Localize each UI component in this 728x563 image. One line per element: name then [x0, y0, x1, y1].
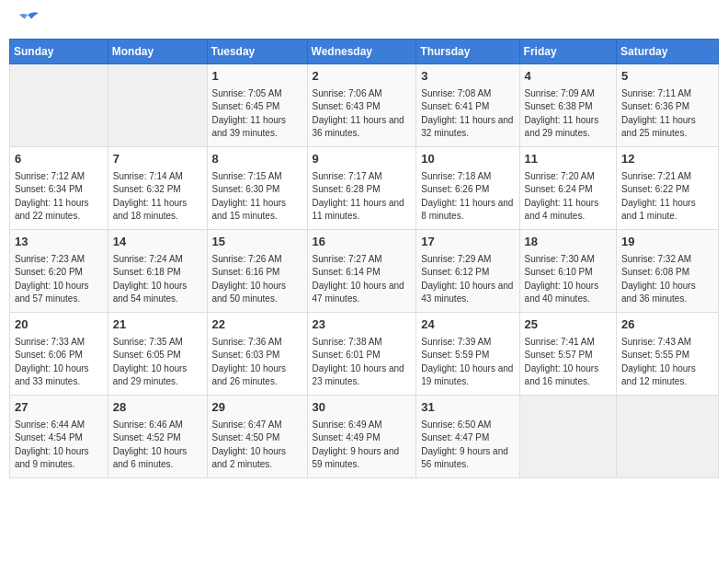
day-info: Sunset: 4:54 PM — [15, 431, 103, 445]
header-cell-saturday: Saturday — [617, 40, 719, 64]
day-info: Sunrise: 7:29 AM — [421, 253, 514, 267]
day-number: 26 — [621, 316, 713, 334]
day-info: Sunrise: 6:46 AM — [113, 419, 202, 432]
day-info: Sunrise: 7:24 AM — [113, 253, 202, 267]
calendar-cell: 4Sunrise: 7:09 AMSunset: 6:38 PMDaylight… — [519, 64, 616, 147]
calendar-cell — [617, 396, 719, 478]
day-info: Sunrise: 7:33 AM — [15, 336, 103, 350]
day-number: 11 — [525, 151, 611, 168]
calendar-cell: 29Sunrise: 6:47 AMSunset: 4:50 PMDayligh… — [207, 396, 307, 478]
day-info: Sunrise: 7:20 AM — [525, 170, 611, 184]
day-number: 15 — [212, 234, 302, 251]
day-info: Daylight: 11 hours and 4 minutes. — [525, 197, 611, 224]
day-info: Daylight: 10 hours and 33 minutes. — [15, 362, 103, 389]
day-info: Sunrise: 7:41 AM — [525, 336, 611, 350]
day-info: Sunset: 4:49 PM — [313, 431, 412, 445]
day-number: 22 — [212, 316, 302, 334]
day-info: Sunset: 4:47 PM — [421, 431, 514, 445]
header-cell-thursday: Thursday — [416, 40, 519, 64]
day-info: Sunset: 6:43 PM — [313, 100, 412, 114]
day-info: Sunrise: 7:23 AM — [15, 253, 103, 267]
day-info: Sunrise: 7:06 AM — [313, 87, 412, 101]
day-info: Daylight: 10 hours and 2 minutes. — [212, 445, 302, 472]
calendar-cell: 1Sunrise: 7:05 AMSunset: 6:45 PMDaylight… — [207, 64, 307, 147]
calendar-cell: 16Sunrise: 7:27 AMSunset: 6:14 PMDayligh… — [307, 230, 416, 313]
header-cell-sunday: Sunday — [10, 40, 108, 64]
day-number: 2 — [313, 68, 412, 86]
day-info: Daylight: 9 hours and 59 minutes. — [313, 445, 412, 472]
day-info: Sunrise: 7:32 AM — [621, 253, 713, 267]
week-row-4: 20Sunrise: 7:33 AMSunset: 6:06 PMDayligh… — [10, 313, 719, 396]
calendar-cell — [108, 64, 207, 147]
day-info: Daylight: 10 hours and 36 minutes. — [621, 280, 713, 306]
day-number: 4 — [525, 68, 611, 86]
day-info: Daylight: 11 hours and 25 minutes. — [621, 114, 713, 141]
calendar-cell: 5Sunrise: 7:11 AMSunset: 6:36 PMDaylight… — [617, 64, 719, 147]
day-info: Sunset: 6:08 PM — [621, 266, 713, 280]
day-info: Daylight: 11 hours and 22 minutes. — [15, 197, 103, 224]
day-info: Daylight: 11 hours and 15 minutes. — [212, 197, 302, 224]
day-info: Sunset: 6:06 PM — [15, 349, 103, 362]
calendar-cell: 23Sunrise: 7:38 AMSunset: 6:01 PMDayligh… — [307, 313, 416, 396]
day-number: 19 — [621, 234, 713, 251]
day-info: Sunset: 6:18 PM — [113, 266, 202, 280]
day-info: Sunrise: 7:35 AM — [113, 336, 202, 350]
week-row-3: 13Sunrise: 7:23 AMSunset: 6:20 PMDayligh… — [10, 230, 719, 313]
calendar-cell: 28Sunrise: 6:46 AMSunset: 4:52 PMDayligh… — [108, 396, 207, 478]
day-info: Daylight: 9 hours and 56 minutes. — [421, 445, 514, 472]
day-number: 28 — [113, 399, 202, 417]
day-number: 21 — [113, 316, 202, 334]
calendar-cell: 9Sunrise: 7:17 AMSunset: 6:28 PMDaylight… — [307, 147, 416, 230]
day-info: Sunset: 4:52 PM — [113, 431, 202, 445]
day-info: Sunrise: 7:11 AM — [621, 87, 713, 101]
calendar-cell: 10Sunrise: 7:18 AMSunset: 6:26 PMDayligh… — [416, 147, 519, 230]
day-info: Sunset: 5:55 PM — [621, 349, 713, 362]
day-info: Sunset: 6:26 PM — [421, 183, 514, 197]
day-info: Daylight: 11 hours and 32 minutes. — [421, 114, 514, 141]
calendar-cell: 18Sunrise: 7:30 AMSunset: 6:10 PMDayligh… — [519, 230, 616, 313]
calendar-cell: 25Sunrise: 7:41 AMSunset: 5:57 PMDayligh… — [519, 313, 616, 396]
week-row-2: 6Sunrise: 7:12 AMSunset: 6:34 PMDaylight… — [10, 147, 719, 230]
day-info: Daylight: 10 hours and 12 minutes. — [621, 362, 713, 389]
day-info: Sunset: 6:20 PM — [15, 266, 103, 280]
calendar-cell: 24Sunrise: 7:39 AMSunset: 5:59 PMDayligh… — [416, 313, 519, 396]
day-info: Sunset: 5:59 PM — [421, 349, 514, 362]
day-info: Sunrise: 7:36 AM — [212, 336, 302, 350]
day-info: Sunset: 6:12 PM — [421, 266, 514, 280]
day-info: Daylight: 11 hours and 11 minutes. — [313, 197, 412, 224]
calendar-cell: 11Sunrise: 7:20 AMSunset: 6:24 PMDayligh… — [519, 147, 616, 230]
day-info: Sunset: 6:41 PM — [421, 100, 514, 114]
day-info: Daylight: 10 hours and 9 minutes. — [15, 445, 103, 472]
day-info: Sunrise: 6:44 AM — [15, 419, 103, 432]
day-info: Sunrise: 7:27 AM — [313, 253, 412, 267]
calendar-header: SundayMondayTuesdayWednesdayThursdayFrid… — [10, 40, 719, 64]
day-info: Daylight: 10 hours and 29 minutes. — [113, 362, 202, 389]
day-info: Sunrise: 7:39 AM — [421, 336, 514, 350]
day-number: 25 — [525, 316, 611, 334]
day-info: Sunrise: 6:47 AM — [212, 419, 302, 432]
day-number: 12 — [621, 151, 713, 168]
day-number: 6 — [15, 151, 103, 168]
calendar-cell: 30Sunrise: 6:49 AMSunset: 4:49 PMDayligh… — [307, 396, 416, 478]
day-info: Sunset: 6:22 PM — [621, 183, 713, 197]
day-number: 3 — [421, 68, 514, 86]
day-info: Daylight: 10 hours and 43 minutes. — [421, 280, 514, 306]
day-info: Sunset: 6:24 PM — [525, 183, 611, 197]
day-info: Daylight: 10 hours and 26 minutes. — [212, 362, 302, 389]
day-info: Sunrise: 7:17 AM — [313, 170, 412, 184]
day-info: Daylight: 10 hours and 6 minutes. — [113, 445, 202, 472]
calendar-table: SundayMondayTuesdayWednesdayThursdayFrid… — [9, 39, 719, 478]
day-info: Daylight: 10 hours and 19 minutes. — [421, 362, 514, 389]
day-number: 13 — [15, 234, 103, 251]
day-info: Sunrise: 7:26 AM — [212, 253, 302, 267]
calendar-cell: 12Sunrise: 7:21 AMSunset: 6:22 PMDayligh… — [617, 147, 719, 230]
day-info: Sunset: 6:03 PM — [212, 349, 302, 362]
calendar-cell: 20Sunrise: 7:33 AMSunset: 6:06 PMDayligh… — [10, 313, 108, 396]
header-cell-wednesday: Wednesday — [307, 40, 416, 64]
day-info: Sunrise: 7:18 AM — [421, 170, 514, 184]
calendar-cell: 31Sunrise: 6:50 AMSunset: 4:47 PMDayligh… — [416, 396, 519, 478]
day-number: 8 — [212, 151, 302, 168]
day-info: Sunset: 6:30 PM — [212, 183, 302, 197]
calendar-cell: 7Sunrise: 7:14 AMSunset: 6:32 PMDaylight… — [108, 147, 207, 230]
calendar-cell: 8Sunrise: 7:15 AMSunset: 6:30 PMDaylight… — [207, 147, 307, 230]
